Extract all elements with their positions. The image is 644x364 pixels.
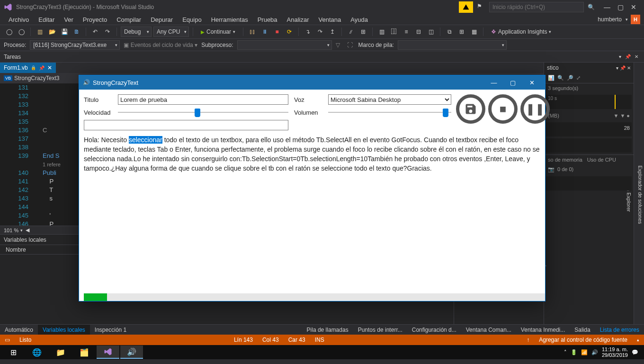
tool-icon3[interactable]: ▥	[376, 27, 387, 37]
app-close-button[interactable]: ✕	[522, 75, 541, 90]
taskbar-app[interactable]: 🔊	[120, 346, 143, 359]
nav-back-icon[interactable]: ◯	[4, 27, 14, 37]
tab-memory[interactable]: so de memoria	[548, 157, 582, 163]
tray-wifi-icon[interactable]: 📶	[581, 349, 588, 355]
pin-icon[interactable]: 📌	[625, 54, 631, 59]
tool-icon9[interactable]: ⊞	[456, 27, 467, 37]
tab-cpu[interactable]: Uso de CPU	[587, 157, 616, 163]
config-combo[interactable]: Debug	[121, 27, 152, 37]
tab-locals[interactable]: Variables locales	[38, 325, 90, 335]
tool-icon2[interactable]: ⊞	[358, 27, 368, 37]
menu-equipo[interactable]: Equipo	[178, 15, 206, 24]
search-icon[interactable]: 🔍	[588, 4, 595, 10]
input-titulo[interactable]	[118, 94, 288, 105]
status-source-control[interactable]: Agregar al control de código fuente	[539, 337, 627, 343]
tab-config[interactable]: Configuración d...	[407, 325, 461, 335]
dropdown-icon[interactable]: ▾	[619, 54, 621, 59]
tab-watch[interactable]: Inspección 1	[90, 325, 131, 335]
user-label[interactable]: humberto	[594, 16, 626, 23]
close-icon[interactable]: ✕	[47, 64, 52, 71]
menu-proyecto[interactable]: Proyecto	[78, 15, 112, 24]
tab-form1[interactable]: Form1.vb🔒📌✕	[0, 63, 56, 73]
undo-icon[interactable]: ↶	[90, 27, 100, 37]
step-over-icon[interactable]: ↷	[315, 27, 325, 37]
pin-icon[interactable]: 📌	[39, 65, 45, 71]
app-insights-button[interactable]: Application Insights ▾	[487, 28, 555, 35]
publish-icon[interactable]: ↑	[527, 337, 529, 343]
tab-breakpoints[interactable]: Puntos de interr...	[353, 325, 407, 335]
nav-fwd-icon[interactable]: ◯	[16, 27, 27, 37]
taskbar-vs[interactable]	[97, 346, 119, 359]
menu-archivo[interactable]: Archivo	[4, 15, 34, 24]
start-button[interactable]: ⊞	[2, 346, 25, 359]
menu-ventana[interactable]: Ventana	[314, 15, 346, 24]
menu-depurar[interactable]: Depurar	[146, 15, 178, 24]
slider-velocidad[interactable]	[118, 108, 288, 117]
tray-up-icon[interactable]: ˄	[564, 349, 567, 355]
menu-prueba[interactable]: Prueba	[253, 15, 282, 24]
tab-auto[interactable]: Automático	[0, 325, 38, 335]
tool-icon4[interactable]: ⿲	[389, 27, 399, 37]
break-all-icon[interactable]: ⫿⫿	[247, 27, 258, 37]
tab-errors[interactable]: Lista de errores	[595, 325, 644, 335]
app-textbody[interactable]: Hola: Necesito seleccionar todo el texto…	[84, 130, 545, 293]
slider-volumen[interactable]	[328, 108, 451, 117]
save-button[interactable]	[456, 94, 485, 124]
menu-ayuda[interactable]: Ayuda	[346, 15, 373, 24]
solution-explorer-tab[interactable]: Explorador de soluciones	[636, 162, 644, 228]
stop-icon[interactable]: ■	[272, 27, 282, 37]
subprocess-combo[interactable]	[237, 40, 332, 50]
select-voz[interactable]: Microsoft Sabina Desktop	[328, 94, 451, 105]
minimize-button[interactable]: —	[601, 1, 613, 13]
notification-badge[interactable]	[459, 1, 473, 13]
maximize-button[interactable]: ▢	[615, 1, 626, 13]
zoom-in-icon[interactable]: 🔍	[557, 75, 564, 81]
tool-icon6[interactable]: ⊟	[413, 27, 424, 37]
tray-battery-icon[interactable]: 🔋	[571, 349, 577, 355]
pause-icon[interactable]: ⏸	[259, 27, 270, 37]
open-file-icon[interactable]: 📂	[47, 27, 57, 37]
step-out-icon[interactable]: ↥	[327, 27, 338, 37]
tray-notifications-icon[interactable]: 💬	[632, 349, 638, 355]
tab-callstack[interactable]: Pila de llamadas	[302, 325, 353, 335]
chart-icon[interactable]: 📊	[548, 75, 555, 81]
toggle2-icon[interactable]: ⛶	[347, 42, 355, 48]
tool-icon7[interactable]: ◫	[426, 27, 436, 37]
taskbar-folder[interactable]: 🗂️	[73, 346, 96, 359]
redo-icon[interactable]: ↷	[102, 27, 113, 37]
tab-command[interactable]: Ventana Coman...	[461, 325, 516, 335]
menu-analizar[interactable]: Analizar	[282, 15, 314, 24]
tool-icon[interactable]: ⫽	[346, 27, 356, 37]
zoom-value[interactable]: 101 %	[4, 228, 18, 233]
tool-icon10[interactable]: ▦	[469, 27, 479, 37]
stop-button[interactable]: ■	[488, 94, 518, 124]
platform-combo[interactable]: Any CPU	[153, 27, 189, 37]
menu-compilar[interactable]: Compilar	[112, 15, 146, 24]
stackframe-combo[interactable]	[398, 40, 507, 50]
menu-ver[interactable]: Ver	[59, 15, 78, 24]
step-into-icon[interactable]: ↴	[303, 27, 313, 37]
continue-button[interactable]: Continuar ▾	[197, 28, 239, 35]
tab-output[interactable]: Salida	[570, 325, 595, 335]
tab-immediate[interactable]: Ventana Inmedi...	[516, 325, 570, 335]
input-extra[interactable]	[84, 120, 288, 130]
restart-icon[interactable]: ⟳	[284, 27, 295, 37]
taskbar-chrome[interactable]: 🌐	[26, 346, 48, 359]
snapshot-icon[interactable]: 📷	[548, 166, 555, 173]
app-minimize-button[interactable]: —	[484, 75, 503, 90]
expand-icon[interactable]: ⤢	[576, 75, 581, 81]
app-maximize-button[interactable]: ▢	[503, 75, 522, 90]
close-icon[interactable]: ✕	[635, 54, 638, 59]
close-button[interactable]: ✕	[628, 1, 639, 13]
tool-icon8[interactable]: ⧉	[444, 27, 455, 37]
toggle-icon[interactable]: ▽	[336, 42, 343, 48]
pause-button[interactable]: ❚❚	[520, 94, 550, 124]
menu-herramientas[interactable]: Herramientas	[206, 15, 253, 24]
tool-icon5[interactable]: ≡	[401, 27, 411, 37]
save-icon[interactable]: 💾	[59, 27, 70, 37]
new-file-icon[interactable]: ▥	[35, 27, 45, 37]
process-combo[interactable]: [6116] StrongCrazyText3.exe	[30, 40, 120, 50]
zoom-out-icon[interactable]: 🔎	[567, 75, 573, 81]
taskbar-explorer[interactable]: 📁	[49, 346, 72, 359]
tray-clock[interactable]: 11:19 a. m.29/03/2019	[602, 346, 628, 358]
